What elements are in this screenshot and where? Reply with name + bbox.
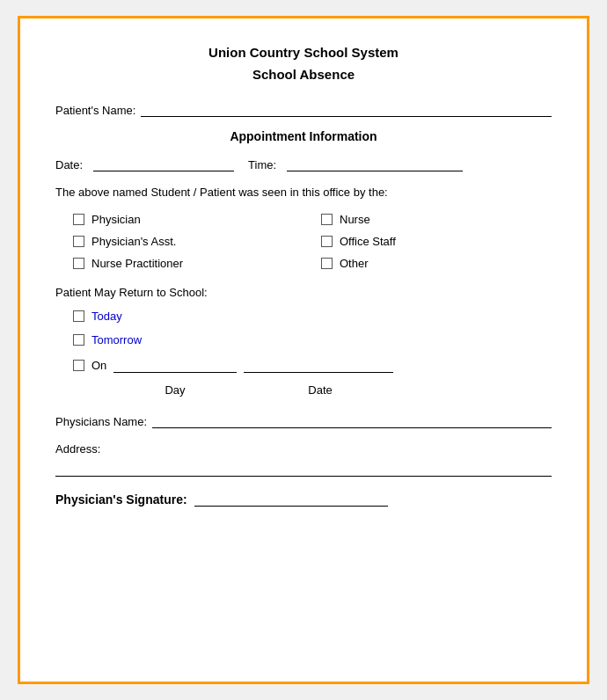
patient-name-label: Patient's Name: bbox=[55, 104, 135, 117]
appointment-section-header: Appointment Information bbox=[55, 129, 552, 143]
return-tomorrow-label: Tomorrow bbox=[91, 333, 142, 346]
time-line bbox=[287, 156, 463, 171]
signature-line bbox=[194, 491, 388, 507]
address-section: Address: bbox=[55, 442, 552, 477]
checkbox-nurse-practitioner-label: Nurse Practitioner bbox=[91, 257, 183, 270]
checkbox-nurse[interactable]: Nurse bbox=[321, 213, 552, 226]
patient-name-line bbox=[141, 101, 552, 117]
checkbox-office-staff[interactable]: Office Staff bbox=[321, 235, 552, 248]
checkbox-physician-label: Physician bbox=[91, 213, 141, 226]
signature-label: Physician's Signature: bbox=[55, 492, 187, 507]
title-main: Union Country School System bbox=[55, 45, 552, 60]
return-on-label: On bbox=[91, 359, 106, 372]
return-today-checkbox[interactable] bbox=[73, 310, 84, 322]
return-on-date-line bbox=[244, 357, 393, 373]
address-line bbox=[55, 461, 552, 477]
date-line bbox=[93, 156, 234, 171]
return-to-school-label: Patient May Return to School: bbox=[55, 286, 552, 299]
date-label: Date: bbox=[55, 158, 83, 171]
address-label: Address: bbox=[55, 442, 552, 456]
checkbox-nurse-label: Nurse bbox=[340, 213, 370, 226]
return-on-checkbox[interactable] bbox=[73, 360, 84, 371]
patient-name-row: Patient's Name: bbox=[55, 101, 552, 117]
checkbox-physician-asst-box[interactable] bbox=[73, 236, 84, 247]
physicians-name-row: Physicians Name: bbox=[55, 412, 552, 428]
checkbox-office-staff-label: Office Staff bbox=[340, 235, 396, 248]
date-group: Date: bbox=[55, 156, 234, 171]
physicians-name-label: Physicians Name: bbox=[55, 415, 147, 428]
title-sub: School Absence bbox=[55, 67, 552, 82]
checkbox-nurse-practitioner-box[interactable] bbox=[73, 258, 84, 269]
checkbox-physician-box[interactable] bbox=[73, 214, 84, 225]
checkbox-physician-asst[interactable]: Physician's Asst. bbox=[73, 235, 304, 248]
checkbox-other[interactable]: Other bbox=[321, 257, 552, 270]
day-date-labels: Day Date bbox=[105, 383, 552, 397]
signature-row: Physician's Signature: bbox=[55, 491, 552, 507]
checkbox-grid: Physician Nurse Physician's Asst. Office… bbox=[73, 213, 552, 270]
physicians-name-line bbox=[152, 412, 552, 428]
date-label-text: Date bbox=[245, 383, 395, 397]
return-today-item[interactable]: Today bbox=[73, 310, 552, 323]
time-group: Time: bbox=[248, 156, 463, 171]
checkbox-office-staff-box[interactable] bbox=[321, 236, 333, 247]
return-tomorrow-checkbox[interactable] bbox=[73, 334, 84, 346]
checkbox-other-label: Other bbox=[340, 257, 369, 270]
return-options: Today Tomorrow On bbox=[73, 310, 552, 373]
seen-text: The above named Student / Patient was se… bbox=[55, 186, 552, 199]
checkbox-physician-asst-label: Physician's Asst. bbox=[91, 235, 176, 248]
checkbox-nurse-practitioner[interactable]: Nurse Practitioner bbox=[73, 257, 304, 270]
checkbox-other-box[interactable] bbox=[321, 258, 333, 269]
time-label: Time: bbox=[248, 158, 276, 171]
checkbox-physician[interactable]: Physician bbox=[73, 213, 304, 226]
return-on-item: On bbox=[73, 357, 552, 373]
return-on-day-line bbox=[113, 357, 237, 373]
date-time-row: Date: Time: bbox=[55, 156, 552, 171]
return-today-label: Today bbox=[91, 310, 122, 323]
checkbox-nurse-box[interactable] bbox=[321, 214, 333, 225]
form-container: Union Country School System School Absen… bbox=[18, 16, 589, 684]
return-tomorrow-item[interactable]: Tomorrow bbox=[73, 333, 552, 346]
day-label: Day bbox=[105, 383, 245, 397]
